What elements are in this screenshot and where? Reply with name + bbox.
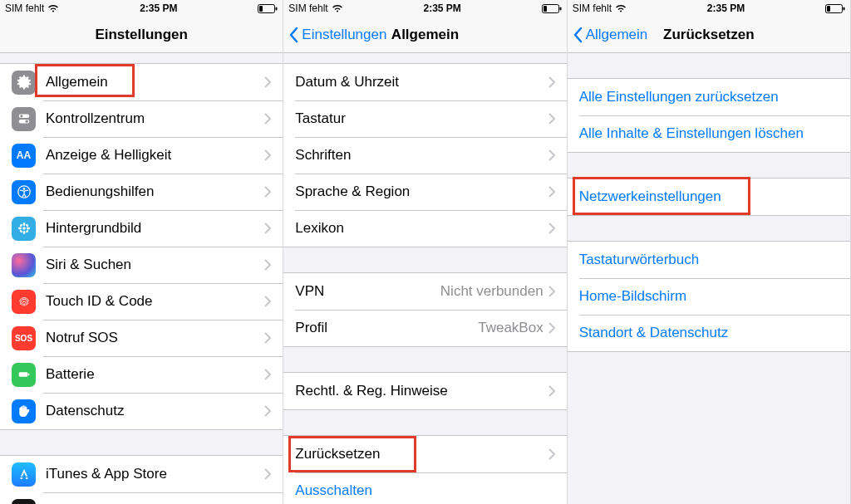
row-legal[interactable]: Rechtl. & Reg. Hinweise xyxy=(283,373,566,409)
chevron-right-icon xyxy=(264,149,271,161)
svg-rect-26 xyxy=(544,6,547,12)
svg-point-8 xyxy=(22,188,25,190)
row-reset-network[interactable]: Netzwerkeinstellungen xyxy=(568,179,850,215)
svg-point-15 xyxy=(25,223,28,227)
chevron-right-icon xyxy=(264,405,271,417)
row-reset-keyboard[interactable]: Tastaturwörterbuch xyxy=(568,242,850,278)
nav-bar: Einstellungen Allgemein xyxy=(283,17,566,53)
row-wallpaper[interactable]: Hintergrundbild xyxy=(0,210,283,247)
row-sos[interactable]: SOS Notruf SOS xyxy=(0,320,283,356)
row-language[interactable]: Sprache & Region xyxy=(283,174,566,210)
settings-group-1: Allgemein Kontrollzentrum AA Anzeige & H… xyxy=(0,63,283,430)
row-erase-all[interactable]: Alle Inhalte & Einstellungen löschen xyxy=(568,115,850,152)
row-label: Standort & Datenschutz xyxy=(579,325,839,341)
battery-icon xyxy=(542,4,562,13)
svg-rect-1 xyxy=(276,7,278,10)
row-reset-home[interactable]: Home-Bildschirm xyxy=(568,278,850,315)
svg-point-6 xyxy=(25,120,27,123)
row-label: Rechtl. & Reg. Hinweise xyxy=(295,383,548,399)
carrier-text: SIM fehlt xyxy=(5,3,44,13)
back-button[interactable]: Allgemein xyxy=(573,17,648,53)
row-keyboard[interactable]: Tastatur xyxy=(283,100,566,137)
row-reset-location[interactable]: Standort & Datenschutz xyxy=(568,315,850,351)
row-siri[interactable]: Siri & Suchen xyxy=(0,247,283,283)
row-label: VPN xyxy=(295,283,440,300)
appstore-icon xyxy=(12,462,36,487)
row-label: iTunes & App Store xyxy=(46,466,264,482)
hand-icon xyxy=(12,399,36,423)
gear-icon xyxy=(12,71,36,95)
chevron-right-icon xyxy=(548,223,555,234)
general-group-1: Datum & Uhrzeit Tastatur Schriften Sprac… xyxy=(283,63,566,247)
row-label: Siri & Suchen xyxy=(46,257,264,273)
svg-point-12 xyxy=(17,228,21,230)
row-label: Alle Inhalte & Einstellungen löschen xyxy=(579,125,839,142)
row-label: Alle Einstellungen zurücksetzen xyxy=(579,89,839,105)
aa-icon: AA xyxy=(12,144,36,168)
page-title: Allgemein xyxy=(391,27,459,43)
wallet-icon xyxy=(12,499,36,505)
row-wallet[interactable]: Wallet & Apple Pay xyxy=(0,492,283,504)
siri-icon xyxy=(12,253,36,277)
chevron-right-icon xyxy=(548,113,555,125)
row-vpn[interactable]: VPN Nicht verbunden xyxy=(283,273,566,310)
chevron-right-icon xyxy=(264,186,271,198)
row-label: Sprache & Region xyxy=(295,183,548,200)
row-detail: Nicht verbunden xyxy=(440,283,544,300)
row-label: Netzwerkeinstellungen xyxy=(579,188,839,205)
row-touchid[interactable]: Touch ID & Code xyxy=(0,283,283,320)
panel-general: SIM fehlt 2:35 PM Einstellungen Allgemei… xyxy=(283,0,567,504)
chevron-right-icon xyxy=(548,149,555,161)
page-title: Einstellungen xyxy=(95,27,187,43)
row-itunes[interactable]: iTunes & App Store xyxy=(0,456,283,492)
wifi-icon xyxy=(332,4,343,12)
reset-group-1: Alle Einstellungen zurücksetzen Alle Inh… xyxy=(568,78,850,153)
svg-point-16 xyxy=(19,229,22,232)
row-datetime[interactable]: Datum & Uhrzeit xyxy=(283,64,566,100)
row-label: Datum & Uhrzeit xyxy=(295,74,548,91)
wifi-icon xyxy=(615,4,627,12)
chevron-right-icon xyxy=(264,296,271,307)
row-label: Schriften xyxy=(295,147,548,164)
row-shutdown[interactable]: Ausschalten xyxy=(283,472,566,504)
fingerprint-icon xyxy=(12,290,36,314)
row-battery[interactable]: Batterie xyxy=(0,356,283,393)
svg-point-17 xyxy=(25,229,28,232)
row-label: Touch ID & Code xyxy=(46,293,264,310)
accessibility-icon xyxy=(12,180,36,204)
row-label: Bedienungshilfen xyxy=(46,183,264,200)
status-bar: SIM fehlt 2:35 PM xyxy=(283,0,566,17)
row-label: Lexikon xyxy=(295,220,548,237)
svg-point-13 xyxy=(26,228,29,230)
row-profile[interactable]: Profil TweakBox xyxy=(283,310,566,346)
row-dictionary[interactable]: Lexikon xyxy=(283,210,566,247)
carrier-text: SIM fehlt xyxy=(288,3,327,13)
row-reset-all[interactable]: Alle Einstellungen zurücksetzen xyxy=(568,79,850,115)
row-general[interactable]: Allgemein xyxy=(0,64,283,100)
row-label: Zurücksetzen xyxy=(295,446,548,462)
row-accessibility[interactable]: Bedienungshilfen xyxy=(0,174,283,210)
chevron-right-icon xyxy=(264,76,271,88)
row-reset[interactable]: Zurücksetzen xyxy=(283,436,566,472)
row-label: Notruf SOS xyxy=(46,330,264,346)
content-area: Alle Einstellungen zurücksetzen Alle Inh… xyxy=(568,53,850,504)
chevron-right-icon xyxy=(264,332,271,344)
reset-group-3: Tastaturwörterbuch Home-Bildschirm Stand… xyxy=(568,241,850,352)
back-button[interactable]: Einstellungen xyxy=(288,17,386,53)
svg-rect-28 xyxy=(843,7,844,10)
flower-icon xyxy=(12,217,36,241)
row-privacy[interactable]: Datenschutz xyxy=(0,393,283,429)
row-display[interactable]: AA Anzeige & Helligkeit xyxy=(0,137,283,174)
chevron-left-icon xyxy=(573,27,583,43)
row-label: Batterie xyxy=(46,366,264,383)
chevron-right-icon xyxy=(548,322,555,334)
reset-group-2: Netzwerkeinstellungen xyxy=(568,178,850,216)
svg-rect-29 xyxy=(827,6,830,12)
row-controlcenter[interactable]: Kontrollzentrum xyxy=(0,100,283,137)
nav-bar: Einstellungen xyxy=(0,17,283,53)
general-group-2: VPN Nicht verbunden Profil TweakBox xyxy=(283,272,566,347)
status-bar: SIM fehlt 2:35 PM xyxy=(568,0,850,17)
row-fonts[interactable]: Schriften xyxy=(283,137,566,174)
svg-rect-25 xyxy=(559,7,561,10)
chevron-right-icon xyxy=(264,259,271,271)
